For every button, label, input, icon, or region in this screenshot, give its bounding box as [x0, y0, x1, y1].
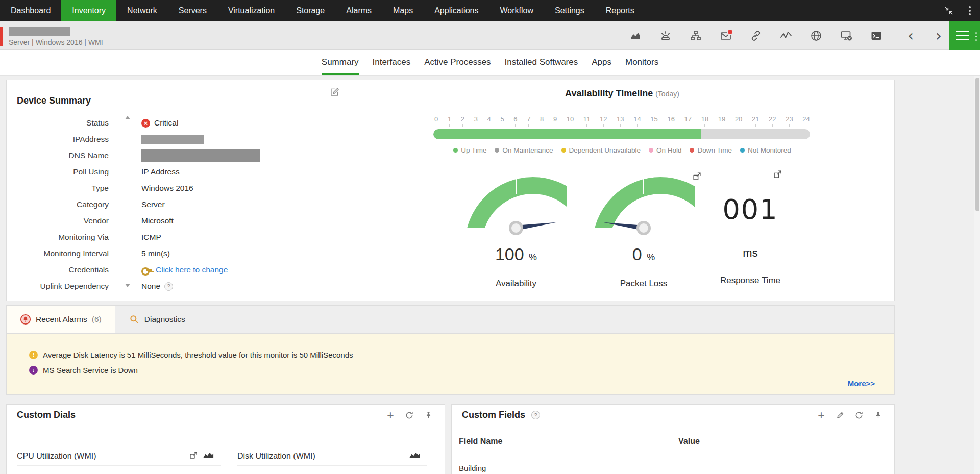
summary-field-row: Uplink DependencyNone? [7, 278, 415, 294]
nav-item-servers[interactable]: Servers [168, 0, 217, 21]
terminal-icon[interactable] [870, 29, 883, 42]
packet-loss-graph-popout-icon[interactable] [693, 172, 701, 183]
nav-item-alarms[interactable]: Alarms [335, 0, 382, 21]
field-value-uplink-dependency: None? [141, 282, 173, 291]
summary-field-row: CategoryServer [7, 196, 415, 213]
response-time-graph-popout-icon[interactable] [773, 170, 782, 181]
gauge-arc [593, 177, 695, 228]
refresh-icon[interactable] [854, 410, 864, 420]
add-field-icon[interactable]: + [816, 410, 826, 420]
dial-graph-popout-icon[interactable] [189, 451, 198, 461]
performance-chart-icon[interactable] [629, 29, 642, 42]
field-value-credentials[interactable]: Click here to change [141, 265, 228, 275]
scroll-up-icon[interactable] [125, 116, 130, 119]
nav-item-reports[interactable]: Reports [595, 0, 645, 21]
table-row[interactable]: Building [452, 457, 894, 474]
timeline-hour-label: 19 [718, 115, 725, 127]
dial-item[interactable]: Disk Utilization (WMI) [237, 446, 427, 466]
refresh-icon[interactable] [404, 410, 414, 420]
hamburger-menu-button[interactable] [949, 21, 980, 50]
edit-device-icon[interactable] [329, 87, 340, 99]
alarm-item[interactable]: ! Average Disk Latency is 51 MilliSecond… [29, 348, 894, 361]
page-scrollbar[interactable] [974, 76, 980, 474]
legend-item-down-time: Down Time [690, 146, 732, 154]
tab-interfaces[interactable]: Interfaces [373, 50, 411, 75]
tab-diagnostics[interactable]: Diagnostics [115, 306, 199, 333]
nav-item-inventory[interactable]: Inventory [61, 0, 116, 21]
fields-scrollbar[interactable] [124, 116, 131, 287]
timeline-hour-label: 24 [802, 115, 810, 127]
scrollbar-thumb[interactable] [975, 78, 979, 211]
tab-active-processes[interactable]: Active Processes [424, 50, 491, 75]
nav-item-workflow[interactable]: Workflow [489, 0, 544, 21]
tab-monitors[interactable]: Monitors [625, 50, 658, 75]
add-dial-icon[interactable]: + [385, 410, 396, 420]
field-label-monitoring-via: Monitoring Via [7, 233, 109, 242]
more-alarms-link[interactable]: More>> [848, 379, 875, 388]
pin-icon[interactable] [423, 410, 433, 420]
help-icon[interactable]: ? [164, 282, 173, 291]
field-value-dns-name [141, 149, 260, 162]
alarm-siren-icon[interactable] [659, 29, 672, 42]
tab-apps[interactable]: Apps [592, 50, 611, 75]
dial-label: Disk Utilization (WMI) [237, 452, 315, 461]
timeline-ruler: 0123456789101112131415161718192021222324 [433, 115, 811, 127]
tab-recent-alarms[interactable]: Recent Alarms (6) [7, 306, 115, 333]
summary-field-row: IPAddress [7, 131, 415, 147]
scroll-down-icon[interactable] [125, 284, 130, 287]
nav-item-settings[interactable]: Settings [544, 0, 595, 21]
alarms-tab-bar: Recent Alarms (6) Diagnostics [7, 306, 894, 334]
chevron-left-icon[interactable]: ‹ [905, 22, 916, 49]
summary-field-row: CredentialsClick here to change [7, 262, 415, 278]
globe-icon[interactable] [810, 29, 823, 42]
chevron-right-icon[interactable]: › [933, 22, 944, 49]
mail-icon[interactable] [719, 29, 732, 42]
page-tab-bar: SummaryInterfacesActive ProcessesInstall… [0, 50, 980, 76]
device-summary-fields: Status×CriticalIPAddressDNS NamePoll Usi… [7, 115, 415, 294]
nav-item-network[interactable]: Network [116, 0, 168, 21]
response-time-label: Response Time [697, 275, 804, 286]
dial-label: CPU Utilization (WMI) [17, 452, 96, 461]
timeline-hour-label: 18 [701, 115, 708, 127]
gauge-knob [509, 221, 523, 235]
field-label-ipaddress: IPAddress [7, 135, 109, 144]
help-icon[interactable]: ? [531, 411, 540, 419]
area-chart-icon[interactable] [409, 451, 420, 461]
hamburger-menu-icon [956, 31, 969, 40]
column-value: Value [674, 426, 894, 457]
credentials-change-link[interactable]: Click here to change [156, 265, 228, 275]
summary-field-row: TypeWindows 2016 [7, 180, 415, 196]
legend-item-dependent-unavailable: Dependent Unavailable [561, 146, 641, 154]
nav-item-applications[interactable]: Applications [424, 0, 489, 21]
timeline-hour-label: 10 [567, 115, 574, 127]
field-value-poll-using: IP Address [141, 167, 180, 177]
topology-icon[interactable] [689, 29, 702, 42]
area-chart-icon[interactable] [203, 451, 214, 461]
nav-item-storage[interactable]: Storage [285, 0, 335, 21]
packet-loss-value: 0 % [593, 244, 695, 267]
unmanage-device-icon[interactable] [840, 29, 853, 42]
dependency-link-icon[interactable] [749, 29, 763, 42]
alarm-item[interactable]: ↓ MS Search Service is Down [29, 363, 894, 377]
pin-icon[interactable] [873, 410, 883, 420]
availability-timeline-bar [433, 129, 810, 139]
response-time-block: 001 ms Response Time [697, 194, 804, 286]
field-value-text: Critical [154, 118, 178, 128]
response-time-unit: ms [697, 246, 804, 260]
dial-item[interactable]: CPU Utilization (WMI) [17, 446, 221, 466]
nav-item-maps[interactable]: Maps [382, 0, 424, 21]
more-options-icon[interactable] [969, 6, 971, 15]
edit-fields-icon[interactable] [835, 410, 845, 420]
nav-item-dashboard[interactable]: Dashboard [0, 0, 61, 21]
collapse-fullscreen-icon[interactable] [942, 4, 955, 17]
tab-summary[interactable]: Summary [322, 50, 359, 75]
timeline-hour-label: 13 [617, 115, 624, 127]
availability-gauge: 100 % Availability [465, 177, 567, 289]
sparkline-icon[interactable] [779, 29, 793, 42]
nav-item-virtualization[interactable]: Virtualization [217, 0, 285, 21]
tab-installed-softwares[interactable]: Installed Softwares [505, 50, 578, 75]
response-time-value: 001 [697, 194, 804, 225]
legend-dot [561, 148, 566, 153]
topnav-right [942, 0, 980, 21]
field-label-uplink-dependency: Uplink Dependency [7, 282, 109, 291]
